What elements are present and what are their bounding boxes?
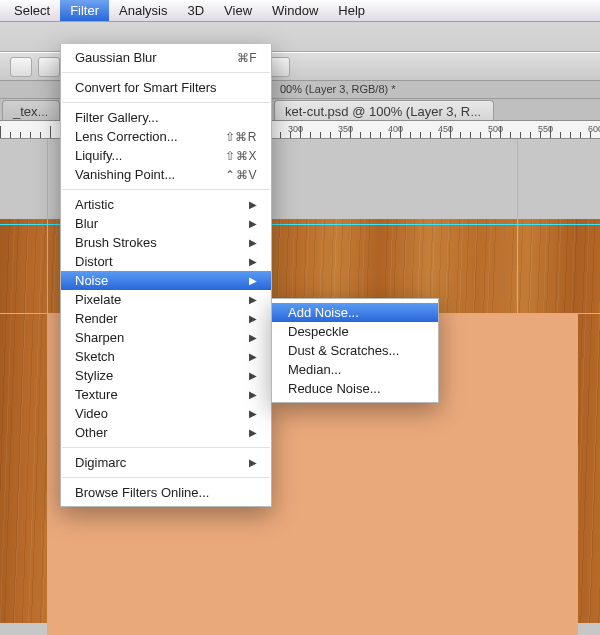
workspace: 00% (Layer 3, RGB/8) * _textured_t ket-c…	[0, 22, 600, 635]
submenu-arrow-icon: ▶	[249, 313, 257, 324]
menu-item-label: Other	[75, 425, 108, 440]
menu-item-label: Distort	[75, 254, 113, 269]
menu-analysis[interactable]: Analysis	[109, 0, 177, 21]
menu-item-filter-gallery[interactable]: Filter Gallery...	[61, 108, 271, 127]
menu-item-other[interactable]: Other▶	[61, 423, 271, 442]
menu-item-sketch[interactable]: Sketch▶	[61, 347, 271, 366]
menu-item-texture[interactable]: Texture▶	[61, 385, 271, 404]
submenu-item-label: Median...	[288, 362, 341, 377]
submenu-item-add-noise[interactable]: Add Noise...	[272, 303, 438, 322]
menu-item-noise[interactable]: Noise▶	[61, 271, 271, 290]
doc-title-overflow: 00% (Layer 3, RGB/8) *	[280, 83, 396, 95]
menu-item-smart-filters[interactable]: Convert for Smart Filters	[61, 78, 271, 97]
document-tab[interactable]: ket-cut.psd @ 100% (Layer 3, RGB/8) *×	[274, 100, 494, 120]
menu-3d[interactable]: 3D	[177, 0, 214, 21]
menu-item-stylize[interactable]: Stylize▶	[61, 366, 271, 385]
document-tab[interactable]: _textured_t	[2, 100, 60, 120]
menu-item-artistic[interactable]: Artistic▶	[61, 195, 271, 214]
tool-button[interactable]	[38, 57, 60, 77]
submenu-item-dust-scratches[interactable]: Dust & Scratches...	[272, 341, 438, 360]
menu-item-render[interactable]: Render▶	[61, 309, 271, 328]
menu-separator	[62, 72, 270, 73]
ruler-label: 300	[288, 124, 303, 134]
submenu-arrow-icon: ▶	[249, 389, 257, 400]
ruler-label: 550	[538, 124, 553, 134]
menu-item-distort[interactable]: Distort▶	[61, 252, 271, 271]
submenu-item-label: Add Noise...	[288, 305, 359, 320]
menu-help[interactable]: Help	[328, 0, 375, 21]
shortcut-label: ⌘F	[237, 51, 257, 65]
submenu-arrow-icon: ▶	[249, 408, 257, 419]
submenu-arrow-icon: ▶	[249, 332, 257, 343]
menu-item-browse-online[interactable]: Browse Filters Online...	[61, 483, 271, 502]
ruler-label: 450	[438, 124, 453, 134]
ruler-label: 500	[488, 124, 503, 134]
shortcut-label: ⇧⌘R	[225, 130, 257, 144]
menu-item-video[interactable]: Video▶	[61, 404, 271, 423]
tool-button[interactable]	[10, 57, 32, 77]
submenu-arrow-icon: ▶	[249, 237, 257, 248]
menu-separator	[62, 102, 270, 103]
menu-item-label: Blur	[75, 216, 98, 231]
menu-separator	[62, 189, 270, 190]
menu-view[interactable]: View	[214, 0, 262, 21]
submenu-item-median[interactable]: Median...	[272, 360, 438, 379]
menu-item-last-filter[interactable]: Gaussian Blur ⌘F	[61, 48, 271, 67]
ruler-label: 400	[388, 124, 403, 134]
ruler-label: 600	[588, 124, 600, 134]
menu-separator	[62, 447, 270, 448]
menubar: Select Filter Analysis 3D View Window He…	[0, 0, 600, 22]
menu-item-liquify[interactable]: Liquify...⇧⌘X	[61, 146, 271, 165]
submenu-arrow-icon: ▶	[249, 351, 257, 362]
menu-select[interactable]: Select	[4, 0, 60, 21]
submenu-arrow-icon: ▶	[249, 427, 257, 438]
menu-item-label: Sketch	[75, 349, 115, 364]
submenu-arrow-icon: ▶	[249, 256, 257, 267]
menu-item-label: Texture	[75, 387, 118, 402]
guide-vertical[interactable]	[517, 139, 518, 635]
shortcut-label: ⌃⌘V	[225, 168, 257, 182]
submenu-item-label: Despeckle	[288, 324, 349, 339]
menu-item-brush-strokes[interactable]: Brush Strokes▶	[61, 233, 271, 252]
menu-window[interactable]: Window	[262, 0, 328, 21]
menu-item-label: Sharpen	[75, 330, 124, 345]
submenu-arrow-icon: ▶	[249, 199, 257, 210]
menu-item-label: Video	[75, 406, 108, 421]
submenu-arrow-icon: ▶	[249, 275, 257, 286]
menu-item-label: Render	[75, 311, 118, 326]
guide-vertical[interactable]	[47, 139, 48, 635]
menu-item-label: Pixelate	[75, 292, 121, 307]
menu-item-pixelate[interactable]: Pixelate▶	[61, 290, 271, 309]
menu-separator	[62, 477, 270, 478]
menu-item-label: Artistic	[75, 197, 114, 212]
menu-item-vanishing-point[interactable]: Vanishing Point...⌃⌘V	[61, 165, 271, 184]
submenu-item-label: Dust & Scratches...	[288, 343, 399, 358]
menu-item-label: Brush Strokes	[75, 235, 157, 250]
submenu-arrow-icon: ▶	[249, 457, 257, 468]
submenu-item-despeckle[interactable]: Despeckle	[272, 322, 438, 341]
shortcut-label: ⇧⌘X	[225, 149, 257, 163]
noise-submenu: Add Noise...DespeckleDust & Scratches...…	[271, 298, 439, 403]
menu-item-lens-correction[interactable]: Lens Correction...⇧⌘R	[61, 127, 271, 146]
ruler-label: 350	[338, 124, 353, 134]
menu-item-label: Noise	[75, 273, 108, 288]
menu-filter[interactable]: Filter	[60, 0, 109, 21]
submenu-arrow-icon: ▶	[249, 294, 257, 305]
submenu-item-reduce-noise[interactable]: Reduce Noise...	[272, 379, 438, 398]
menu-item-label: Stylize	[75, 368, 113, 383]
filter-menu-dropdown: Gaussian Blur ⌘F Convert for Smart Filte…	[60, 44, 272, 507]
menu-item-blur[interactable]: Blur▶	[61, 214, 271, 233]
menu-item-sharpen[interactable]: Sharpen▶	[61, 328, 271, 347]
submenu-arrow-icon: ▶	[249, 218, 257, 229]
submenu-arrow-icon: ▶	[249, 370, 257, 381]
submenu-item-label: Reduce Noise...	[288, 381, 381, 396]
menu-item-digimarc[interactable]: Digimarc▶	[61, 453, 271, 472]
